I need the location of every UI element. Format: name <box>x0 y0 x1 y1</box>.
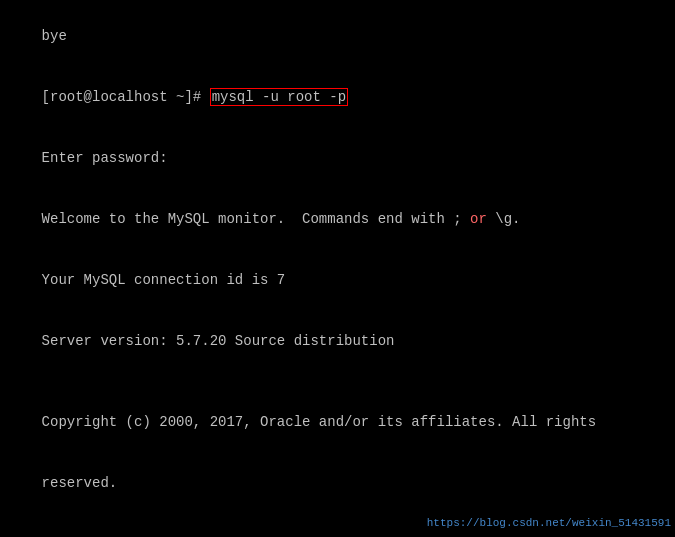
line-server-version: Server version: 5.7.20 Source distributi… <box>8 310 667 371</box>
terminal-window: bye [root@localhost ~]# mysql -u root -p… <box>0 0 675 537</box>
server-version-text: Server version: 5.7.20 Source distributi… <box>42 333 395 349</box>
line-enter-password: Enter password: <box>8 128 667 189</box>
bye-text: bye <box>42 28 67 44</box>
watermark: https://blog.csdn.net/weixin_51431591 <box>427 517 671 529</box>
line-blank1 <box>8 371 667 391</box>
line-connection-id: Your MySQL connection id is 7 <box>8 250 667 311</box>
reserved-text: reserved. <box>42 475 118 491</box>
enter-password-text: Enter password: <box>42 150 168 166</box>
prompt-root: [root@localhost ~]# <box>42 89 210 105</box>
copyright1-text: Copyright (c) 2000, 2017, Oracle and/or … <box>42 414 597 430</box>
line-mysql-login: [root@localhost ~]# mysql -u root -p <box>8 67 667 128</box>
welcome-text: Welcome to the MySQL monitor. Commands e… <box>42 211 521 227</box>
line-welcome: Welcome to the MySQL monitor. Commands e… <box>8 189 667 250</box>
line-reserved: reserved. <box>8 453 667 514</box>
line-copyright1: Copyright (c) 2000, 2017, Oracle and/or … <box>8 392 667 453</box>
line-bye: bye <box>8 6 667 67</box>
mysql-login-command: mysql -u root -p <box>210 88 348 106</box>
connection-id-text: Your MySQL connection id is 7 <box>42 272 286 288</box>
or1: or <box>470 211 487 227</box>
